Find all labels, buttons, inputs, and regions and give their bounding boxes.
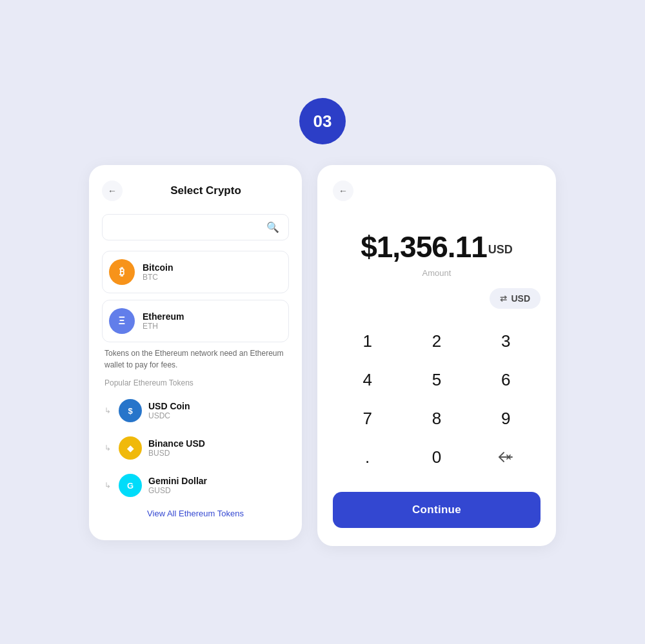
key-4[interactable]: 4 <box>333 360 402 399</box>
key-6[interactable]: 6 <box>471 360 541 399</box>
bitcoin-icon: ₿ <box>109 259 135 285</box>
gusd-name: Gemini Dollar <box>148 476 207 486</box>
gusd-item[interactable]: ↳ G Gemini Dollar GUSD <box>102 469 289 502</box>
amount-display: $1,356.11USD <box>333 229 541 264</box>
search-input[interactable] <box>112 222 266 233</box>
busd-name: Binance USD <box>148 438 205 449</box>
sub-arrow-usdc: ↳ <box>104 406 111 415</box>
key-dot[interactable]: . <box>333 438 402 476</box>
busd-info: Binance USD BUSD <box>148 438 205 458</box>
sub-arrow-busd: ↳ <box>104 444 111 453</box>
swap-icon: ⇄ <box>500 294 507 304</box>
right-panel-header: ← <box>333 181 541 201</box>
usdc-name: USD Coin <box>148 401 190 411</box>
popular-label: Popular Ethereum Tokens <box>104 378 289 387</box>
key-1[interactable]: 1 <box>333 322 402 360</box>
key-9[interactable]: 9 <box>471 399 541 438</box>
numpad: 1 2 3 4 5 6 7 8 9 . 0 <box>333 322 541 476</box>
ethereum-note: Tokens on the Ethereum network need an E… <box>104 347 286 371</box>
select-crypto-panel: ← Select Crypto 🔍 ₿ Bitcoin BTC Ξ Ethere… <box>89 165 302 540</box>
ethereum-info: Ethereum ETH <box>143 311 184 331</box>
busd-item[interactable]: ↳ ◆ Binance USD BUSD <box>102 431 289 465</box>
ethereum-icon: Ξ <box>109 308 135 334</box>
key-0[interactable]: 0 <box>402 438 471 476</box>
ethereum-item[interactable]: Ξ Ethereum ETH <box>102 300 289 342</box>
panels-container: ← Select Crypto 🔍 ₿ Bitcoin BTC Ξ Ethere… <box>89 165 556 546</box>
amount-label: Amount <box>333 268 541 278</box>
step-badge: 03 <box>299 98 346 144</box>
usdc-info: USD Coin USDC <box>148 401 190 420</box>
amount-currency: USD <box>488 243 513 256</box>
busd-icon: ◆ <box>119 436 142 460</box>
panel-title: Select Crypto <box>123 184 289 197</box>
ethereum-section: Ξ Ethereum ETH Tokens on the Ethereum ne… <box>102 300 289 518</box>
usdc-item[interactable]: ↳ $ USD Coin USDC <box>102 394 289 427</box>
ethereum-ticker: ETH <box>143 322 184 331</box>
currency-toggle[interactable]: ⇄ USD <box>333 288 541 309</box>
ethereum-name: Ethereum <box>143 311 184 322</box>
sub-arrow-gusd: ↳ <box>104 481 111 490</box>
busd-ticker: BUSD <box>148 449 205 458</box>
search-icon: 🔍 <box>266 221 279 233</box>
key-5[interactable]: 5 <box>402 360 471 399</box>
backspace-key[interactable] <box>471 438 541 476</box>
bitcoin-ticker: BTC <box>143 273 173 282</box>
key-3[interactable]: 3 <box>471 322 541 360</box>
continue-button[interactable]: Continue <box>333 492 541 528</box>
key-7[interactable]: 7 <box>333 399 402 438</box>
amount-value: $1,356.11 <box>361 230 487 264</box>
key-8[interactable]: 8 <box>402 399 471 438</box>
currency-badge[interactable]: ⇄ USD <box>490 288 541 309</box>
bitcoin-info: Bitcoin BTC <box>143 262 173 282</box>
amount-panel: ← $1,356.11USD Amount ⇄ USD 1 2 3 4 5 6 … <box>317 165 556 546</box>
back-button-left[interactable]: ← <box>102 181 123 201</box>
back-button-right[interactable]: ← <box>333 181 353 201</box>
search-box[interactable]: 🔍 <box>102 214 289 240</box>
bitcoin-name: Bitcoin <box>143 262 173 273</box>
currency-toggle-label: USD <box>511 293 530 304</box>
gusd-icon: G <box>119 474 142 497</box>
usdc-ticker: USDC <box>148 411 190 420</box>
bitcoin-item[interactable]: ₿ Bitcoin BTC <box>102 251 289 293</box>
view-all-tokens-link[interactable]: View All Ethereum Tokens <box>102 509 289 518</box>
gusd-info: Gemini Dollar GUSD <box>148 476 207 495</box>
panel-header: ← Select Crypto <box>102 181 289 201</box>
usdc-icon: $ <box>119 399 142 422</box>
gusd-ticker: GUSD <box>148 486 207 495</box>
key-2[interactable]: 2 <box>402 322 471 360</box>
